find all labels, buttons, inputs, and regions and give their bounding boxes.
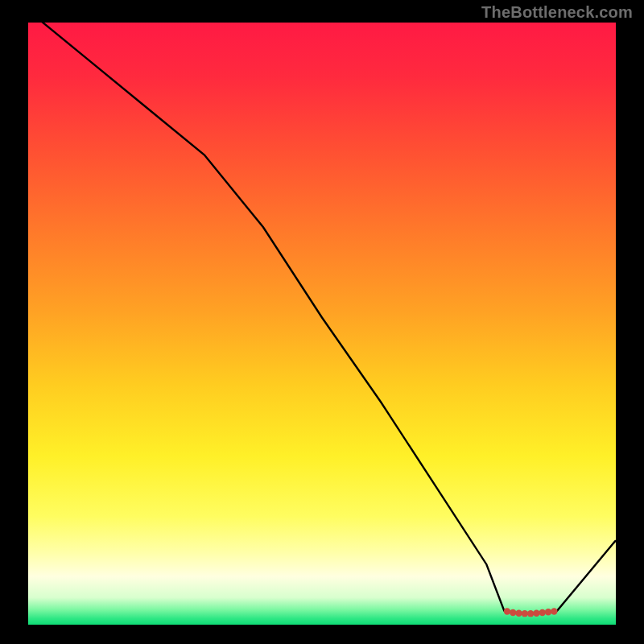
chart-svg xyxy=(28,23,616,625)
plot-area xyxy=(28,23,616,625)
marker-dot xyxy=(545,609,551,615)
gradient-background xyxy=(28,23,616,625)
marker-dot xyxy=(510,609,516,616)
watermark-text: TheBottleneck.com xyxy=(481,3,633,22)
marker-dot xyxy=(522,610,528,617)
marker-dot xyxy=(551,608,557,614)
marker-dot xyxy=(539,609,546,616)
marker-dot xyxy=(504,608,510,614)
chart-frame: TheBottleneck.com xyxy=(0,0,644,644)
marker-dot xyxy=(533,610,539,617)
marker-dot xyxy=(515,610,522,617)
marker-dot xyxy=(527,610,534,617)
